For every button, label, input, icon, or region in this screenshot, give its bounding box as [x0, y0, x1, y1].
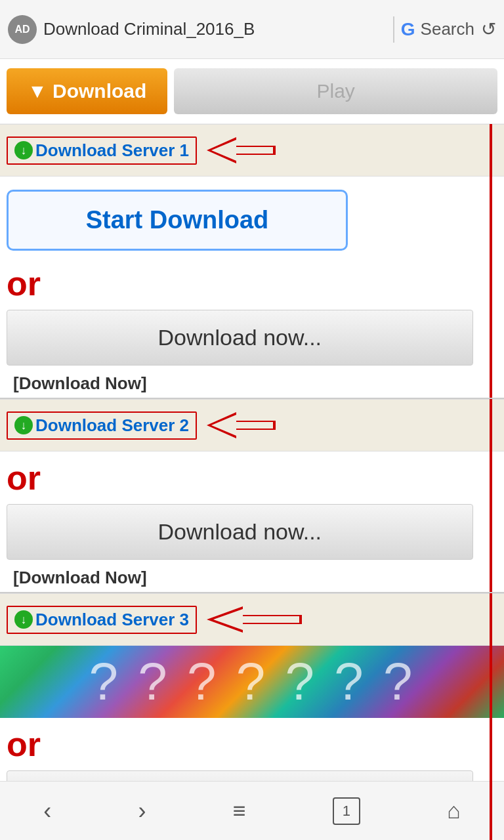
- svg-rect-7: [236, 422, 273, 429]
- tab-count: 1: [343, 803, 350, 820]
- download-now-label-1: Download now...: [158, 325, 322, 350]
- server-1-row: ↓ Download Server 1: [0, 124, 504, 177]
- server-2-row: ↓ Download Server 2: [0, 399, 504, 452]
- download-now-button-1[interactable]: Download now...: [7, 310, 473, 366]
- forward-button[interactable]: ›: [125, 791, 159, 831]
- menu-icon: ≡: [233, 798, 246, 824]
- home-icon: ⌂: [447, 798, 461, 824]
- or-text-2: or: [7, 458, 497, 497]
- or-text-3: or: [7, 724, 497, 764]
- download-arrow-icon-1: ↓: [14, 141, 33, 159]
- browser-url[interactable]: Download Criminal_2016_B: [43, 19, 387, 39]
- home-button[interactable]: ⌂: [434, 791, 474, 830]
- question-marks: ? ? ? ? ? ? ?: [89, 652, 415, 712]
- red-vertical-line-2: [490, 399, 492, 592]
- server-3-text: Download Server 3: [35, 610, 189, 630]
- red-arrow-2: [203, 409, 282, 442]
- play-button[interactable]: Play: [174, 68, 497, 114]
- red-arrow-1: [203, 134, 282, 167]
- back-icon: ‹: [43, 797, 51, 825]
- svg-rect-11: [243, 616, 299, 623]
- download-button[interactable]: ▼ Download: [7, 68, 167, 114]
- server-2-section: ↓ Download Server 2 or Download now... […: [0, 399, 504, 593]
- or-area-2: or Download now... [Download Now]: [0, 458, 504, 592]
- arrow-area-3: [203, 603, 497, 636]
- red-vertical-line-3: [490, 593, 492, 840]
- divider: [393, 16, 394, 43]
- server-3-row: ↓ Download Server 3: [0, 593, 504, 646]
- start-download-button[interactable]: Start Download: [7, 190, 348, 251]
- start-download-area: Start Download: [0, 177, 504, 257]
- page-content: ▼ Download Play ↓ Download Server 1: [0, 59, 504, 840]
- download-now-label-2: Download now...: [158, 519, 322, 544]
- download-now-link-1[interactable]: [Download Now]: [7, 369, 497, 398]
- ad-icon: AD: [8, 15, 37, 44]
- server-1-text: Download Server 1: [35, 140, 189, 161]
- bottom-nav: ‹ › ≡ 1 ⌂: [0, 781, 504, 840]
- download-now-button-2[interactable]: Download now...: [7, 504, 473, 560]
- arrow-area-1: [203, 134, 497, 167]
- tab-button[interactable]: 1: [320, 791, 373, 831]
- google-logo: G: [401, 19, 415, 40]
- svg-rect-3: [236, 147, 273, 154]
- download-arrow-icon-2: ↓: [14, 416, 33, 434]
- server-1-section: ↓ Download Server 1 Start Download or: [0, 124, 504, 399]
- browser-chrome: AD Download Criminal_2016_B G Search ↺: [0, 0, 504, 59]
- start-download-label: Start Download: [86, 206, 269, 234]
- tab-badge: 1: [333, 797, 360, 825]
- back-button[interactable]: ‹: [30, 791, 64, 831]
- server-2-label[interactable]: ↓ Download Server 2: [7, 411, 197, 440]
- or-text-1: or: [7, 264, 497, 303]
- search-label: Search: [421, 19, 474, 39]
- download-now-link-2[interactable]: [Download Now]: [7, 564, 497, 592]
- server-1-label[interactable]: ↓ Download Server 1: [7, 136, 197, 165]
- menu-button[interactable]: ≡: [220, 791, 259, 830]
- download-label: ▼ Download: [28, 80, 146, 102]
- arrow-area-2: [203, 409, 497, 442]
- or-area-1: or Download now... [Download Now]: [0, 264, 504, 398]
- search-area[interactable]: G Search: [401, 19, 474, 40]
- server-2-text: Download Server 2: [35, 415, 189, 436]
- colorful-banner: ? ? ? ? ? ? ?: [0, 646, 504, 718]
- server-3-label[interactable]: ↓ Download Server 3: [7, 606, 197, 634]
- red-arrow-3: [203, 603, 308, 636]
- red-vertical-line-1: [490, 124, 492, 398]
- action-bar: ▼ Download Play: [0, 59, 504, 124]
- reload-icon[interactable]: ↺: [481, 18, 496, 40]
- forward-icon: ›: [138, 797, 146, 825]
- download-arrow-icon-3: ↓: [14, 610, 33, 629]
- play-label: Play: [317, 80, 355, 102]
